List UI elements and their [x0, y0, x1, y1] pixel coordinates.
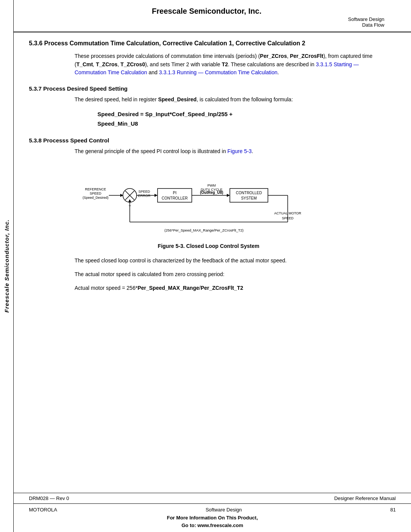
footer-motorola: MOTOROLA [29, 507, 57, 513]
subtitle-line2: Data Flow [362, 22, 384, 28]
formula-line2: Speed_Min_U8 [97, 119, 388, 129]
speed-error-label1: SPEED [139, 190, 150, 193]
formula-bold2: Per_ZCrosFlt_T2 [201, 285, 243, 291]
pwm-label1: PWM [207, 184, 216, 187]
formula-line1: Speed_Desired = Sp_Input*Coef_Speed_Inp/… [97, 109, 388, 119]
actual-label2: SPEED [282, 216, 294, 220]
footer-bottom-center: For More Information On This Product, Go… [167, 514, 258, 529]
bold-t-zcros0: T_ZCros0 [121, 61, 145, 67]
sidebar-text: Freescale Semiconductor, Inc. [3, 219, 10, 313]
diagram-container: REFERENCE SPEED (Speed_Desired) SPEED ER… [75, 163, 388, 239]
diagram-formula: (256*Per_Speed_MAX_Range/Per_ZCrosFlt_T2… [164, 228, 244, 232]
actual-label1: ACTUAL MOTOR [274, 211, 301, 215]
section-538-heading: 5.3.8 Processs Speed Control [29, 137, 388, 144]
section-537-heading: 5.3.7 Process Desired Speed Setting [29, 85, 388, 92]
footer-software-design: Software Design [206, 507, 242, 513]
ref-speed-text2: SPEED [90, 192, 102, 195]
bold-t2: T2 [222, 61, 228, 67]
outreg-label: (OutReg_U8) [200, 190, 223, 195]
arrowhead4 [128, 199, 131, 202]
bold-per-zcrosflt: Per_ZCrosFlt [290, 53, 323, 59]
pi-label1: PI [173, 191, 176, 195]
header-title: Freescale Semiconductor, Inc. [25, 7, 388, 16]
section-538-para3: The actual motor speed is calculated fro… [75, 270, 388, 279]
footer-bold1: For More Information On This Product, [167, 514, 258, 522]
ref-speed-text: REFERENCE [85, 187, 106, 191]
arrowhead2 [155, 194, 158, 197]
formula-bold: Per_Speed_MAX_Range [137, 285, 199, 291]
bold-t-zcros: T_ZCros [96, 61, 118, 67]
link-figure-5-3[interactable]: Figure 5-3 [228, 148, 252, 154]
section-538-formula: Actual motor speed = 256*Per_Speed_MAX_R… [75, 284, 388, 292]
footer-page-num: 81 [390, 507, 396, 513]
ref-speed-parens: (Speed_Desired) [83, 196, 108, 200]
bold-t-cmt: T_Cmt [76, 61, 93, 67]
main-content: Freescale Semiconductor, Inc. Software D… [14, 0, 411, 532]
header-subtitle: Software Design Data Flow [25, 16, 388, 28]
header: Freescale Semiconductor, Inc. Software D… [14, 0, 411, 32]
footer-bottom-row1: MOTOROLA Software Design 81 [29, 507, 396, 513]
section-536-para: These processes provide calculations of … [75, 52, 388, 77]
page: Freescale Semiconductor, Inc. Freescale … [0, 0, 411, 532]
controlled-label1: CONTROLLED [236, 191, 262, 195]
bold-speed-desired: Speed_Desired [158, 96, 196, 102]
bold-per-zcros: Per_ZCros [260, 53, 287, 59]
link-3313[interactable]: 3.3.1.3 Running — Commutation Time Calcu… [159, 69, 277, 75]
section-536-heading: 5.3.6 Process Commutation Time Calculati… [29, 40, 388, 47]
arrowhead3 [227, 194, 230, 197]
controlled-label2: SYSTEM [241, 196, 256, 200]
figure-caption: Figure 5-3. Closed Loop Control System [29, 243, 388, 249]
footer-right: Designer Reference Manual [334, 495, 396, 501]
footer-bold2: Go to: www.freescale.com [167, 522, 258, 529]
closed-loop-diagram: REFERENCE SPEED (Speed_Desired) SPEED ER… [75, 163, 333, 239]
body-content: 5.3.6 Process Commutation Time Calculati… [14, 32, 411, 493]
subtitle-line1: Software Design [348, 16, 384, 22]
section-538-para1: The general principle of the speed PI co… [75, 147, 388, 156]
sidebar: Freescale Semiconductor, Inc. [0, 0, 14, 532]
footer-left: DRM028 — Rev 0 [29, 495, 69, 501]
minus-sign: − [128, 203, 131, 208]
footer-bottom: MOTOROLA Software Design 81 For More Inf… [14, 503, 411, 532]
section-538-para2: The speed closed loop control is charact… [75, 257, 388, 265]
formula-block-537: Speed_Desired = Sp_Input*Coef_Speed_Inp/… [97, 109, 388, 129]
footer-top: DRM028 — Rev 0 Designer Reference Manual [14, 493, 411, 503]
pi-label2: CONTROLLER [162, 196, 188, 200]
section-537-para: The desired speed, held in register Spee… [75, 96, 388, 104]
speed-error-label2: ERROR [138, 194, 151, 198]
